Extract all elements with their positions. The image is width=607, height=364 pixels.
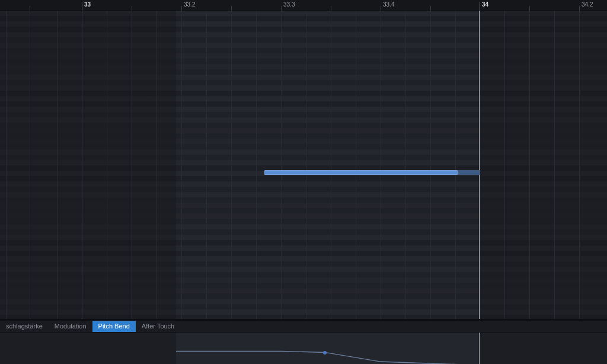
tab-velocity[interactable]: schlagstärke — [0, 321, 49, 332]
ruler-label: 33.3 — [283, 1, 295, 8]
ruler-label: 33.4 — [383, 1, 394, 8]
ruler-label: 33 — [84, 1, 91, 8]
automation-lane[interactable] — [0, 332, 607, 364]
piano-roll-grid[interactable] — [0, 11, 607, 319]
clip-region-end[interactable] — [480, 11, 480, 319]
automation-point[interactable] — [323, 351, 327, 355]
tab-modulation[interactable]: Modulation — [49, 321, 92, 332]
ruler-label: 33.2 — [184, 1, 195, 8]
automation-curve[interactable] — [0, 333, 607, 364]
ruler-label: 34.2 — [582, 1, 593, 8]
midi-note-tail — [458, 170, 480, 175]
tab-aftertouch[interactable]: After Touch — [136, 321, 180, 332]
automation-tabs: schlagstärkeModulationPitch BendAfter To… — [0, 320, 607, 332]
timeline-ruler[interactable]: 3333.233.333.43434.2 — [0, 0, 607, 11]
ruler-label: 34 — [482, 1, 488, 8]
midi-note[interactable] — [264, 170, 458, 175]
black-key-overlay — [176, 11, 479, 319]
clip-region[interactable] — [176, 11, 480, 319]
tab-pitchbend[interactable]: Pitch Bend — [92, 321, 136, 332]
